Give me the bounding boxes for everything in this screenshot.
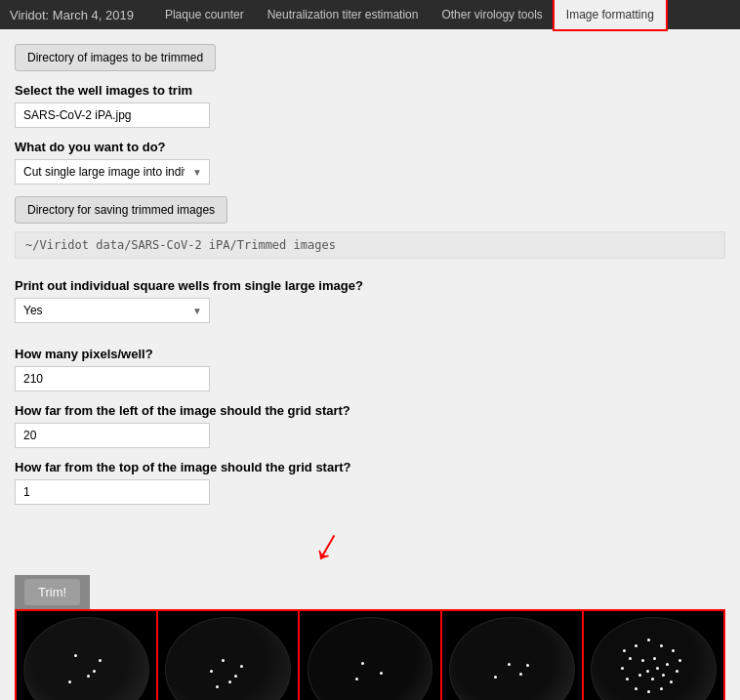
- top-group: How far from the top of the image should…: [15, 460, 725, 505]
- action-select[interactable]: Cut single large image into individual s…: [15, 159, 210, 185]
- select-well-label: Select the well images to trim: [15, 83, 725, 98]
- petri-dish-4: [449, 617, 575, 700]
- red-arrow-icon: ↓: [308, 518, 351, 571]
- gallery-item-4: [442, 611, 584, 700]
- print-label: Print out individual square wells from s…: [15, 278, 725, 293]
- petri-dish-3: [308, 617, 433, 700]
- petri-dish-2: [165, 617, 291, 700]
- nav-plaque-counter[interactable]: Plaque counter: [153, 0, 256, 29]
- gallery-item-1: [17, 611, 158, 700]
- app-brand: Viridot: March 4, 2019: [10, 8, 134, 22]
- top-label: How far from the top of the image should…: [15, 460, 725, 474]
- dir-save-button[interactable]: Directory for saving trimmed images: [15, 196, 227, 224]
- save-path-display: ~/Viridot data/SARS-CoV-2 iPA/Trimmed im…: [15, 231, 725, 259]
- trim-button[interactable]: Trim!: [24, 579, 80, 605]
- print-select[interactable]: Yes No: [15, 298, 210, 323]
- navbar: Viridot: March 4, 2019 Plaque counter Ne…: [0, 0, 740, 29]
- action-select-wrapper: Cut single large image into individual s…: [15, 159, 210, 185]
- dir-images-button[interactable]: Directory of images to be trimmed: [15, 44, 216, 71]
- print-select-wrapper: Yes No ▼: [15, 298, 210, 323]
- nav-virology-tools[interactable]: Other virology tools: [430, 0, 554, 29]
- nav-image-formatting[interactable]: Image formatting: [555, 0, 666, 29]
- pixels-group: How many pixels/well?: [15, 347, 725, 391]
- gallery-item-3: [300, 611, 441, 700]
- left-label: How far from the left of the image shoul…: [15, 403, 725, 418]
- left-input[interactable]: [15, 423, 210, 448]
- trim-section: ↓ Trim!: [15, 516, 725, 700]
- main-content: Directory of images to be trimmed Select…: [0, 29, 740, 700]
- petri-dish-1: [23, 617, 149, 700]
- gallery-item-5: [584, 611, 723, 700]
- arrow-container: ↓: [15, 516, 725, 575]
- gallery-item-2: [158, 611, 300, 700]
- pixels-input[interactable]: [15, 366, 210, 391]
- pixels-label: How many pixels/well?: [15, 347, 725, 361]
- print-group: Print out individual square wells from s…: [15, 278, 725, 335]
- top-input[interactable]: [15, 479, 210, 505]
- left-group: How far from the left of the image shoul…: [15, 403, 725, 448]
- filename-input[interactable]: [15, 103, 210, 128]
- nav-neutralization[interactable]: Neutralization titer estimation: [256, 0, 431, 29]
- image-gallery: [15, 609, 725, 700]
- trim-bar: Trim!: [15, 575, 90, 609]
- action-label: What do you want to do?: [15, 140, 725, 154]
- petri-dish-5: [591, 617, 717, 700]
